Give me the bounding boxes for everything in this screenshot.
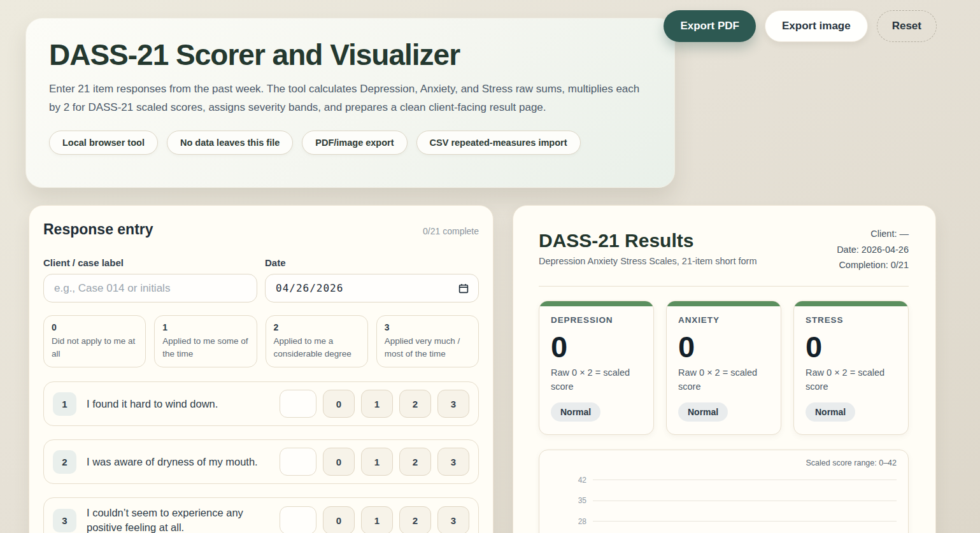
anxiety-scaled-score: 0 — [678, 330, 769, 364]
score-2-button-q3[interactable]: 2 — [399, 506, 431, 533]
gridline — [593, 501, 897, 501]
anxiety-score-card: ANXIETY 0 Raw 0 × 2 = scaled score Norma… — [666, 301, 781, 435]
legend-value: 0 — [52, 322, 138, 332]
score-card-label: ANXIETY — [678, 315, 769, 325]
score-2-button-q2[interactable]: 2 — [399, 448, 431, 476]
score-1-button-q3[interactable]: 1 — [361, 506, 393, 533]
badge-local-browser-tool: Local browser tool — [49, 131, 158, 155]
score-3-button-q1[interactable]: 3 — [437, 390, 469, 418]
score-2-button-q1[interactable]: 2 — [399, 390, 431, 418]
chart-range-note: Scaled score range: 0–42 — [551, 458, 897, 467]
gridline-28: 28 — [551, 511, 897, 532]
score-card-label: STRESS — [806, 315, 897, 325]
badge-csv-import: CSV repeated-measures import — [416, 131, 581, 155]
results-panel: DASS-21 Results Depression Anxiety Stres… — [513, 205, 936, 533]
severity-band-badge: Normal — [551, 402, 600, 422]
legend-value: 1 — [162, 322, 248, 332]
y-tick-label: 42 — [551, 476, 593, 485]
legend-item-1: 1 Applied to me some of the time — [154, 315, 257, 367]
calendar-icon[interactable] — [458, 283, 469, 294]
meta-client: Client: — — [837, 226, 909, 242]
score-3-button-q3[interactable]: 3 — [437, 506, 469, 533]
score-card-grid: DEPRESSION 0 Raw 0 × 2 = scaled score No… — [539, 301, 909, 435]
legend-label: Did not apply to me at all — [52, 335, 138, 360]
score-3-button-q2[interactable]: 3 — [437, 448, 469, 476]
meta-date: Date: 2026-04-26 — [837, 242, 909, 258]
toolbar: Export PDF Export image Reset — [664, 10, 937, 42]
question-number-badge: 3 — [53, 509, 76, 532]
severity-band-badge: Normal — [806, 402, 855, 422]
answer-input-q3[interactable] — [280, 506, 316, 533]
question-text: I couldn’t seem to experience any positi… — [87, 506, 269, 533]
results-subtitle: Depression Anxiety Stress Scales, 21-ite… — [539, 256, 757, 266]
severity-color-bar — [539, 301, 653, 306]
severity-band-badge: Normal — [678, 402, 728, 422]
legend-item-3: 3 Applied very much / most of the time — [376, 315, 479, 367]
legend-value: 3 — [385, 322, 471, 332]
answer-input-q2[interactable] — [280, 448, 316, 476]
score-card-label: DEPRESSION — [551, 315, 642, 325]
stress-scaled-score: 0 — [806, 330, 897, 364]
score-0-button-q1[interactable]: 0 — [323, 390, 355, 418]
completion-progress: 0/21 complete — [423, 226, 479, 236]
date-input[interactable]: 04/26/2026 — [265, 274, 479, 302]
gridline-42: 42 — [551, 470, 897, 491]
question-list: 1 I found it hard to wind down. 0 1 2 3 … — [43, 381, 479, 533]
question-row-3: 3 I couldn’t seem to experience any posi… — [43, 497, 479, 533]
results-heading: DASS-21 Results — [539, 230, 757, 252]
score-chart: Scaled score range: 0–42 42 35 28 — [539, 450, 909, 533]
meta-completion: Completion: 0/21 — [837, 257, 909, 273]
legend-item-2: 2 Applied to me a considerable degree — [266, 315, 368, 367]
date-field-label: Date — [265, 257, 479, 268]
page-title: DASS-21 Scorer and Visualizer — [49, 38, 651, 72]
question-number-badge: 1 — [53, 392, 76, 416]
depression-scaled-score: 0 — [551, 330, 642, 364]
y-tick-label: 28 — [551, 517, 593, 526]
legend-label: Applied very much / most of the time — [385, 335, 471, 360]
gridline — [593, 480, 897, 480]
legend-value: 2 — [274, 322, 360, 332]
score-formula: Raw 0 × 2 = scaled score — [551, 366, 642, 394]
score-0-button-q3[interactable]: 0 — [323, 506, 355, 533]
divider — [539, 286, 909, 287]
score-1-button-q1[interactable]: 1 — [361, 390, 393, 418]
response-entry-heading: Response entry — [43, 221, 153, 238]
question-text: I found it hard to wind down. — [87, 397, 218, 411]
response-entry-panel: Response entry 0/21 complete Client / ca… — [29, 205, 494, 533]
question-row-1: 1 I found it hard to wind down. 0 1 2 3 — [43, 381, 479, 426]
results-meta: Client: — Date: 2026-04-26 Completion: 0… — [837, 226, 909, 273]
gridline-35: 35 — [551, 490, 897, 511]
severity-color-bar — [794, 301, 908, 306]
client-field-label: Client / case label — [43, 257, 257, 268]
client-input[interactable] — [43, 274, 257, 302]
legend-item-0: 0 Did not apply to me at all — [43, 315, 146, 367]
score-formula: Raw 0 × 2 = scaled score — [806, 366, 897, 394]
legend-label: Applied to me some of the time — [162, 335, 248, 360]
question-number-badge: 2 — [53, 450, 76, 474]
question-row-2: 2 I was aware of dryness of my mouth. 0 … — [43, 439, 479, 484]
depression-score-card: DEPRESSION 0 Raw 0 × 2 = scaled score No… — [539, 301, 654, 435]
export-image-button[interactable]: Export image — [765, 10, 868, 42]
score-0-button-q2[interactable]: 0 — [323, 448, 355, 476]
badge-row: Local browser tool No data leaves this f… — [49, 131, 651, 155]
export-pdf-button[interactable]: Export PDF — [664, 10, 756, 42]
question-text: I was aware of dryness of my mouth. — [87, 455, 258, 469]
legend-label: Applied to me a considerable degree — [274, 335, 360, 360]
page-description: Enter 21 item responses from the past we… — [49, 80, 641, 117]
reset-button[interactable]: Reset — [877, 10, 937, 42]
answer-input-q1[interactable] — [280, 390, 316, 418]
header-card: DASS-21 Scorer and Visualizer Enter 21 i… — [25, 18, 675, 188]
score-formula: Raw 0 × 2 = scaled score — [678, 366, 769, 394]
badge-pdf-image-export: PDF/image export — [302, 131, 407, 155]
y-tick-label: 35 — [551, 496, 593, 505]
gridline — [593, 521, 897, 522]
severity-color-bar — [667, 301, 781, 306]
date-value: 04/26/2026 — [276, 282, 343, 294]
score-1-button-q2[interactable]: 1 — [361, 448, 393, 476]
scale-legend: 0 Did not apply to me at all 1 Applied t… — [43, 315, 479, 367]
stress-score-card: STRESS 0 Raw 0 × 2 = scaled score Normal — [793, 301, 909, 435]
badge-no-data-leaves: No data leaves this file — [167, 131, 293, 155]
